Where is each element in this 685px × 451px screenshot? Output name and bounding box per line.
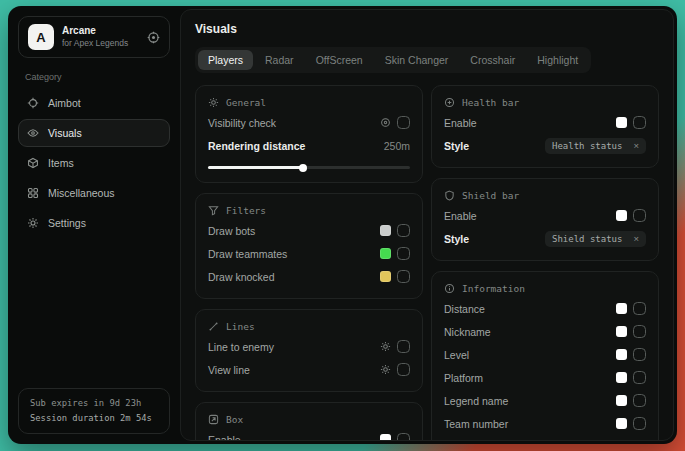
box-enable-checkbox[interactable] <box>397 433 410 441</box>
shield-enable-checkbox[interactable] <box>633 209 646 222</box>
left-column: General Visibility check <box>195 85 423 428</box>
section-title: Information <box>462 283 525 294</box>
color-swatch[interactable] <box>616 418 627 429</box>
legend-name-checkbox[interactable] <box>633 394 646 407</box>
tab-crosshair[interactable]: Crosshair <box>460 50 525 70</box>
funnel-icon <box>208 205 219 216</box>
line-to-enemy-checkbox[interactable] <box>397 340 410 353</box>
health-enable-checkbox[interactable] <box>633 116 646 129</box>
platform-checkbox[interactable] <box>633 371 646 384</box>
row-line-to-enemy: Line to enemy <box>208 336 410 357</box>
info-icon <box>444 283 455 294</box>
filters-card: Filters Draw bots Draw teammates <box>195 193 423 299</box>
tab-offscreen[interactable]: OffScreen <box>306 50 373 70</box>
sidebar-item-miscellaneous[interactable]: Miscellaneous <box>18 179 170 207</box>
color-swatch[interactable] <box>616 395 627 406</box>
gear-icon[interactable] <box>380 364 391 375</box>
row-health-enable: Enable <box>444 112 646 133</box>
information-card: Information Distance Nickname <box>431 271 659 441</box>
color-swatch[interactable] <box>616 117 627 128</box>
sidebar-item-items[interactable]: Items <box>18 149 170 177</box>
subscription-card: Sub expires in 9d 23h Session duration 2… <box>18 388 170 434</box>
color-swatch[interactable] <box>380 271 391 282</box>
eye-icon <box>27 127 39 139</box>
row-legend-name: Legend name <box>444 390 646 411</box>
diagonal-line-icon <box>208 321 219 332</box>
app-subtitle: for Apex Legends <box>62 38 128 48</box>
remove-icon[interactable]: × <box>633 234 639 244</box>
row-rendering-distance: Rendering distance 250m <box>208 135 410 156</box>
shield-icon <box>444 190 455 201</box>
row-visibility-check: Visibility check <box>208 112 410 133</box>
shield-style-select[interactable]: Shield status × <box>545 231 646 247</box>
color-swatch[interactable] <box>380 434 391 441</box>
app-title: Arcane <box>62 25 128 37</box>
app-window: A Arcane for Apex Legends Category <box>8 6 677 444</box>
gear-icon[interactable] <box>380 341 391 352</box>
tab-skin-changer[interactable]: Skin Changer <box>375 50 459 70</box>
row-shield-style: Style Shield status × <box>444 228 646 249</box>
nickname-checkbox[interactable] <box>633 325 646 338</box>
section-title: General <box>226 97 266 108</box>
color-swatch[interactable] <box>380 248 391 259</box>
rendering-distance-slider[interactable] <box>208 163 410 171</box>
row-shield-enable: Enable <box>444 205 646 226</box>
crosshair-icon <box>27 97 39 109</box>
team-number-checkbox[interactable] <box>633 417 646 430</box>
color-swatch[interactable] <box>616 326 627 337</box>
health-bar-card: Health bar Enable Style <box>431 85 659 168</box>
health-icon <box>444 97 455 108</box>
sidebar-item-label: Items <box>48 157 74 169</box>
sun-gear-icon <box>208 97 219 108</box>
rendering-distance-value: 250m <box>384 140 410 152</box>
level-checkbox[interactable] <box>633 348 646 361</box>
package-icon <box>27 157 39 169</box>
main-panel: Visuals Players Radar OffScreen Skin Cha… <box>180 9 674 441</box>
section-title: Filters <box>226 205 266 216</box>
color-swatch[interactable] <box>616 372 627 383</box>
color-swatch[interactable] <box>616 303 627 314</box>
health-style-select[interactable]: Health status × <box>545 138 646 154</box>
color-swatch[interactable] <box>616 210 627 221</box>
draw-teammates-checkbox[interactable] <box>397 247 410 260</box>
row-view-line: View line <box>208 359 410 380</box>
lines-card: Lines Line to enemy <box>195 309 423 392</box>
draw-bots-checkbox[interactable] <box>397 224 410 237</box>
tab-radar[interactable]: Radar <box>255 50 304 70</box>
desktop-background: A Arcane for Apex Legends Category <box>0 0 685 451</box>
right-column: Health bar Enable Style <box>431 85 659 428</box>
sidebar-item-label: Aimbot <box>48 97 81 109</box>
row-platform: Platform <box>444 367 646 388</box>
distance-checkbox[interactable] <box>633 302 646 315</box>
box-card: Box Enable Enable background <box>195 402 423 441</box>
draw-knocked-checkbox[interactable] <box>397 270 410 283</box>
sub-expires-text: Sub expires in 9d 23h <box>30 396 158 411</box>
view-line-checkbox[interactable] <box>397 363 410 376</box>
row-draw-teammates: Draw teammates <box>208 243 410 264</box>
slider-thumb[interactable] <box>299 164 307 172</box>
tab-players[interactable]: Players <box>198 50 253 70</box>
app-header-card: A Arcane for Apex Legends <box>18 16 170 58</box>
page-title: Visuals <box>195 22 659 36</box>
visibility-check-checkbox[interactable] <box>397 116 410 129</box>
remove-icon[interactable]: × <box>633 141 639 151</box>
color-swatch[interactable] <box>380 225 391 236</box>
target-icon[interactable] <box>147 31 160 44</box>
shield-bar-card: Shield bar Enable Style <box>431 178 659 261</box>
tab-highlight[interactable]: Highlight <box>527 50 588 70</box>
color-swatch[interactable] <box>616 349 627 360</box>
row-draw-knocked: Draw knocked <box>208 266 410 287</box>
section-title: Shield bar <box>462 190 519 201</box>
session-duration-text: Session duration 2m 54s <box>30 411 158 426</box>
sidebar-item-settings[interactable]: Settings <box>18 209 170 237</box>
eye-settings-icon[interactable] <box>380 117 391 128</box>
sidebar-item-label: Settings <box>48 217 86 229</box>
grid-icon <box>27 187 39 199</box>
app-logo: A <box>28 24 54 50</box>
sidebar-item-aimbot[interactable]: Aimbot <box>18 89 170 117</box>
row-draw-bots: Draw bots <box>208 220 410 241</box>
section-title: Lines <box>226 321 255 332</box>
weapon-in-hands-checkbox[interactable] <box>633 440 646 441</box>
row-health-style: Style Health status × <box>444 135 646 156</box>
sidebar-item-visuals[interactable]: Visuals <box>18 119 170 147</box>
